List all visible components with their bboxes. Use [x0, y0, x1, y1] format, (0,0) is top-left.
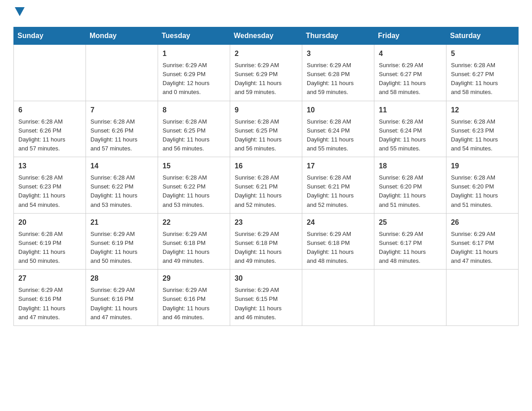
- calendar-cell: 28Sunrise: 6:29 AMSunset: 6:16 PMDayligh…: [86, 270, 158, 326]
- calendar-cell: 10Sunrise: 6:28 AMSunset: 6:24 PMDayligh…: [302, 101, 374, 157]
- calendar-cell: 22Sunrise: 6:29 AMSunset: 6:18 PMDayligh…: [158, 213, 230, 270]
- weekday-header-sunday: Sunday: [14, 27, 86, 45]
- calendar-cell: 19Sunrise: 6:28 AMSunset: 6:20 PMDayligh…: [446, 157, 519, 214]
- calendar-cell: 25Sunrise: 6:29 AMSunset: 6:17 PMDayligh…: [374, 213, 446, 270]
- day-number: 16: [235, 161, 297, 171]
- day-info: Sunrise: 6:29 AMSunset: 6:29 PMDaylight:…: [163, 61, 225, 97]
- day-number: 6: [18, 105, 81, 116]
- weekday-header-saturday: Saturday: [446, 27, 519, 45]
- day-number: 2: [235, 48, 297, 59]
- day-info: Sunrise: 6:29 AMSunset: 6:18 PMDaylight:…: [235, 230, 297, 266]
- calendar-body: 1Sunrise: 6:29 AMSunset: 6:29 PMDaylight…: [14, 45, 519, 326]
- day-number: 5: [451, 48, 514, 59]
- day-info: Sunrise: 6:28 AMSunset: 6:25 PMDaylight:…: [235, 117, 297, 154]
- calendar-cell: 5Sunrise: 6:28 AMSunset: 6:27 PMDaylight…: [446, 45, 519, 101]
- day-number: 15: [163, 161, 225, 171]
- calendar-cell: [302, 270, 374, 326]
- svg-marker-0: [15, 7, 25, 16]
- day-number: 13: [18, 161, 81, 171]
- calendar-cell: 1Sunrise: 6:29 AMSunset: 6:29 PMDaylight…: [158, 45, 230, 101]
- logo: [13, 9, 25, 18]
- day-info: Sunrise: 6:28 AMSunset: 6:26 PMDaylight:…: [90, 117, 153, 154]
- calendar-week-5: 27Sunrise: 6:29 AMSunset: 6:16 PMDayligh…: [14, 270, 519, 326]
- day-number: 26: [451, 217, 514, 228]
- day-number: 19: [451, 161, 514, 171]
- calendar-cell: [14, 45, 86, 101]
- weekday-header-friday: Friday: [374, 27, 446, 45]
- calendar-cell: 13Sunrise: 6:28 AMSunset: 6:23 PMDayligh…: [14, 157, 86, 214]
- day-info: Sunrise: 6:28 AMSunset: 6:21 PMDaylight:…: [235, 173, 297, 210]
- day-number: 1: [163, 48, 225, 59]
- day-number: 17: [307, 161, 369, 171]
- calendar-header: SundayMondayTuesdayWednesdayThursdayFrid…: [14, 27, 519, 45]
- calendar-cell: 30Sunrise: 6:29 AMSunset: 6:15 PMDayligh…: [230, 270, 302, 326]
- header: [13, 9, 519, 18]
- day-info: Sunrise: 6:29 AMSunset: 6:18 PMDaylight:…: [307, 230, 369, 266]
- day-number: 21: [90, 217, 153, 228]
- day-info: Sunrise: 6:28 AMSunset: 6:25 PMDaylight:…: [163, 117, 225, 154]
- calendar-cell: [374, 270, 446, 326]
- day-info: Sunrise: 6:28 AMSunset: 6:21 PMDaylight:…: [307, 173, 369, 210]
- calendar-cell: 6Sunrise: 6:28 AMSunset: 6:26 PMDaylight…: [14, 101, 86, 157]
- calendar-cell: 4Sunrise: 6:29 AMSunset: 6:27 PMDaylight…: [374, 45, 446, 101]
- calendar-cell: 8Sunrise: 6:28 AMSunset: 6:25 PMDaylight…: [158, 101, 230, 157]
- calendar-week-3: 13Sunrise: 6:28 AMSunset: 6:23 PMDayligh…: [14, 157, 519, 214]
- calendar-cell: 24Sunrise: 6:29 AMSunset: 6:18 PMDayligh…: [302, 213, 374, 270]
- calendar-cell: 16Sunrise: 6:28 AMSunset: 6:21 PMDayligh…: [230, 157, 302, 214]
- calendar-cell: 11Sunrise: 6:28 AMSunset: 6:24 PMDayligh…: [374, 101, 446, 157]
- day-number: 24: [307, 217, 369, 228]
- calendar-cell: 29Sunrise: 6:29 AMSunset: 6:16 PMDayligh…: [158, 270, 230, 326]
- calendar-cell: 26Sunrise: 6:29 AMSunset: 6:17 PMDayligh…: [446, 213, 519, 270]
- weekday-header-thursday: Thursday: [302, 27, 374, 45]
- calendar-cell: 27Sunrise: 6:29 AMSunset: 6:16 PMDayligh…: [14, 270, 86, 326]
- day-number: 28: [90, 273, 153, 284]
- day-number: 30: [235, 273, 297, 284]
- calendar-cell: 12Sunrise: 6:28 AMSunset: 6:23 PMDayligh…: [446, 101, 519, 157]
- day-info: Sunrise: 6:29 AMSunset: 6:17 PMDaylight:…: [379, 230, 442, 266]
- day-info: Sunrise: 6:28 AMSunset: 6:19 PMDaylight:…: [18, 230, 81, 266]
- day-info: Sunrise: 6:29 AMSunset: 6:29 PMDaylight:…: [235, 61, 297, 97]
- calendar-cell: 9Sunrise: 6:28 AMSunset: 6:25 PMDaylight…: [230, 101, 302, 157]
- day-number: 8: [163, 105, 225, 116]
- day-number: 22: [163, 217, 225, 228]
- day-info: Sunrise: 6:28 AMSunset: 6:24 PMDaylight:…: [307, 117, 369, 154]
- calendar-cell: 17Sunrise: 6:28 AMSunset: 6:21 PMDayligh…: [302, 157, 374, 214]
- calendar-week-2: 6Sunrise: 6:28 AMSunset: 6:26 PMDaylight…: [14, 101, 519, 157]
- day-info: Sunrise: 6:29 AMSunset: 6:18 PMDaylight:…: [163, 230, 225, 266]
- day-info: Sunrise: 6:28 AMSunset: 6:23 PMDaylight:…: [18, 173, 81, 210]
- day-number: 7: [90, 105, 153, 116]
- day-number: 11: [379, 105, 442, 116]
- day-info: Sunrise: 6:28 AMSunset: 6:20 PMDaylight:…: [379, 173, 442, 210]
- day-info: Sunrise: 6:29 AMSunset: 6:17 PMDaylight:…: [451, 230, 514, 266]
- day-info: Sunrise: 6:29 AMSunset: 6:16 PMDaylight:…: [18, 286, 81, 322]
- day-info: Sunrise: 6:28 AMSunset: 6:22 PMDaylight:…: [163, 173, 225, 210]
- calendar-week-4: 20Sunrise: 6:28 AMSunset: 6:19 PMDayligh…: [14, 213, 519, 270]
- day-number: 25: [379, 217, 442, 228]
- day-info: Sunrise: 6:29 AMSunset: 6:28 PMDaylight:…: [307, 61, 369, 97]
- day-info: Sunrise: 6:28 AMSunset: 6:20 PMDaylight:…: [451, 173, 514, 210]
- day-info: Sunrise: 6:29 AMSunset: 6:16 PMDaylight:…: [163, 286, 225, 322]
- calendar-cell: [446, 270, 519, 326]
- calendar-cell: 23Sunrise: 6:29 AMSunset: 6:18 PMDayligh…: [230, 213, 302, 270]
- day-info: Sunrise: 6:28 AMSunset: 6:27 PMDaylight:…: [451, 61, 514, 97]
- day-number: 10: [307, 105, 369, 116]
- day-info: Sunrise: 6:28 AMSunset: 6:23 PMDaylight:…: [451, 117, 514, 154]
- day-info: Sunrise: 6:29 AMSunset: 6:19 PMDaylight:…: [90, 230, 153, 266]
- calendar-cell: 20Sunrise: 6:28 AMSunset: 6:19 PMDayligh…: [14, 213, 86, 270]
- calendar-table: SundayMondayTuesdayWednesdayThursdayFrid…: [13, 27, 519, 326]
- weekday-header-row: SundayMondayTuesdayWednesdayThursdayFrid…: [14, 27, 519, 45]
- calendar-week-1: 1Sunrise: 6:29 AMSunset: 6:29 PMDaylight…: [14, 45, 519, 101]
- day-info: Sunrise: 6:29 AMSunset: 6:16 PMDaylight:…: [90, 286, 153, 322]
- day-number: 23: [235, 217, 297, 228]
- weekday-header-tuesday: Tuesday: [158, 27, 230, 45]
- calendar-cell: 14Sunrise: 6:28 AMSunset: 6:22 PMDayligh…: [86, 157, 158, 214]
- logo-triangle-icon: [15, 7, 25, 16]
- calendar-cell: 21Sunrise: 6:29 AMSunset: 6:19 PMDayligh…: [86, 213, 158, 270]
- weekday-header-monday: Monday: [86, 27, 158, 45]
- day-number: 12: [451, 105, 514, 116]
- day-number: 4: [379, 48, 442, 59]
- day-info: Sunrise: 6:28 AMSunset: 6:24 PMDaylight:…: [379, 117, 442, 154]
- day-number: 14: [90, 161, 153, 171]
- calendar-cell: 3Sunrise: 6:29 AMSunset: 6:28 PMDaylight…: [302, 45, 374, 101]
- day-info: Sunrise: 6:28 AMSunset: 6:22 PMDaylight:…: [90, 173, 153, 210]
